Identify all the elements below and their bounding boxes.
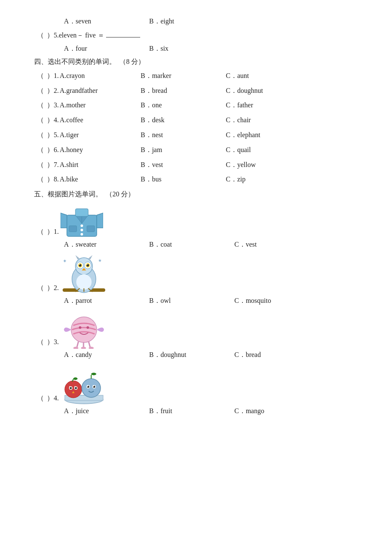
s4-q4-num: ）4. — [47, 114, 60, 127]
s4-q3-num: ）3. — [47, 99, 60, 112]
s4-q7-num: ）7. — [47, 159, 60, 171]
q3-options-row: A．seven B．eight — [34, 17, 358, 26]
s4-q5-a: A.tiger — [60, 129, 141, 141]
s5-q4-a: A．juice — [64, 407, 149, 416]
s4-q1-num: ）1. — [47, 70, 60, 82]
svg-rect-8 — [69, 226, 77, 232]
s5-q3-block: （ ）3. — [34, 311, 358, 359]
svg-marker-2 — [97, 213, 103, 228]
s4-paren-1: （ — [34, 70, 47, 82]
svg-point-48 — [69, 386, 71, 388]
s4-q1-b: B．marker — [141, 70, 226, 82]
s4-q6-c: C．quail — [226, 144, 294, 156]
s4-paren-5: （ — [34, 129, 47, 141]
q3-option-b: B．eight — [149, 17, 234, 26]
s5-q3-b: B．doughnut — [149, 351, 234, 359]
svg-point-56 — [87, 385, 88, 387]
s4-q6-row: （ ）6. A.honey B．jam C．quail — [34, 144, 358, 156]
s4-q8-b: B．bus — [141, 173, 226, 186]
svg-point-19 — [79, 264, 80, 265]
section4-title: 四、选出不同类别的单词。 （8 分） — [34, 58, 358, 66]
s5-q1-b: B．coat — [149, 240, 234, 249]
s4-paren-7: （ — [34, 159, 47, 171]
svg-point-25 — [76, 274, 92, 290]
svg-point-42 — [65, 381, 82, 398]
s5-q2-block: （ ）2. — [34, 254, 358, 305]
q5-option-a: A．four — [64, 44, 149, 53]
s4-q1-c: C．aunt — [226, 70, 294, 82]
s4-q5-num: ）5. — [47, 129, 60, 141]
s4-paren-3: （ — [34, 99, 47, 112]
svg-text:✦: ✦ — [63, 258, 67, 264]
s4-q5-c: C．elephant — [226, 129, 294, 141]
q5-options-row: A．four B．six — [34, 44, 358, 53]
svg-point-37 — [73, 347, 78, 349]
s4-q5-row: （ ）5. A.tiger B．nest C．elephant — [34, 129, 358, 141]
s5-q2-a: A．parrot — [64, 296, 149, 305]
svg-marker-14 — [75, 255, 80, 259]
s4-q7-a: A.shirt — [60, 159, 141, 171]
s4-q2-a: A.grandfather — [60, 85, 141, 97]
s4-q7-b: B．vest — [141, 159, 226, 171]
s4-paren-8: （ — [34, 173, 47, 186]
s5-q3-a: A．candy — [64, 351, 149, 359]
svg-point-23 — [86, 264, 87, 265]
s4-q8-row: （ ）8. A.bike B．bus C．zip — [34, 173, 358, 186]
s4-q4-a: A.coffee — [60, 114, 141, 127]
s5-q2-c: C．mosquito — [234, 296, 271, 305]
q5-text: ）5.eleven－ five ＝ — [47, 29, 104, 42]
s4-q3-row: （ ）3. A.mother B．one C．father — [34, 99, 358, 112]
s5-q4-choices: A．juice B．fruit C．mango — [34, 407, 358, 416]
s5-q4-img-row: （ ）4. — [34, 365, 358, 405]
s4-paren-2: （ — [34, 85, 47, 97]
svg-point-39 — [89, 347, 94, 349]
s5-q1-block: （ ）1. — [34, 202, 358, 249]
s4-q1-row: （ ）1. A.crayon B．marker C．aunt — [34, 70, 358, 82]
svg-point-57 — [93, 385, 94, 387]
s4-q6-b: B．jam — [141, 144, 226, 156]
s4-q6-a: A.honey — [60, 144, 141, 156]
s4-q2-num: ）2. — [47, 85, 60, 97]
svg-point-43 — [73, 377, 78, 380]
section-5: 五、根据图片选单词。 （20 分） （ ）1. — [34, 190, 358, 416]
s5-q2-img-row: （ ）2. — [34, 254, 358, 295]
question-5-row: （ ）5.eleven－ five ＝ — [34, 29, 358, 42]
q5-option-b: B．six — [149, 44, 234, 53]
svg-point-32 — [79, 326, 81, 329]
s4-paren-6: （ — [34, 144, 47, 156]
s4-q5-b: B．nest — [141, 129, 226, 141]
section3-tail: A．seven B．eight （ ）5.eleven－ five ＝ A．fo… — [34, 17, 358, 53]
s4-q7-c: C．yellow — [226, 159, 294, 171]
s5-q1-c: C．vest — [234, 240, 257, 249]
s5-q2-choices: A．parrot B．owl C．mosquito — [34, 296, 358, 305]
s4-q2-row: （ ）2. A.grandfather B．bread C．doughnut — [34, 85, 358, 97]
s4-q6-num: ）6. — [47, 144, 60, 156]
svg-marker-1 — [61, 213, 67, 228]
owl-icon: ✦ ★ — [61, 254, 107, 295]
s5-q3-c: C．bread — [234, 351, 261, 359]
s4-q2-b: B．bread — [141, 85, 226, 97]
svg-text:★: ★ — [98, 258, 102, 263]
candy-icon — [61, 311, 107, 349]
s5-q1-img-row: （ ）1. — [34, 202, 358, 239]
s4-q8-num: ）8. — [47, 173, 60, 186]
s4-q4-c: C．chair — [226, 114, 294, 127]
svg-point-6 — [81, 229, 83, 231]
section5-title: 五、根据图片选单词。 （20 分） — [34, 190, 358, 199]
s4-q8-c: C．zip — [226, 173, 294, 186]
s4-q4-row: （ ）4. A.coffee B．desk C．chair — [34, 114, 358, 127]
s4-q4-b: B．desk — [141, 114, 226, 127]
svg-marker-15 — [88, 255, 92, 259]
section-4: 四、选出不同类别的单词。 （8 分） （ ）1. A.crayon B．mark… — [34, 58, 358, 186]
s4-q7-row: （ ）7. A.shirt B．vest C．yellow — [34, 159, 358, 171]
q3-option-a: A．seven — [64, 17, 149, 26]
paren-5: （ — [34, 29, 47, 42]
svg-point-5 — [81, 224, 83, 227]
svg-point-38 — [81, 347, 86, 349]
s4-paren-4: （ — [34, 114, 47, 127]
s4-q8-a: A.bike — [60, 173, 141, 186]
svg-rect-10 — [75, 209, 88, 216]
svg-point-59 — [91, 373, 96, 375]
fruits-icon — [61, 365, 107, 405]
svg-point-33 — [86, 326, 89, 329]
